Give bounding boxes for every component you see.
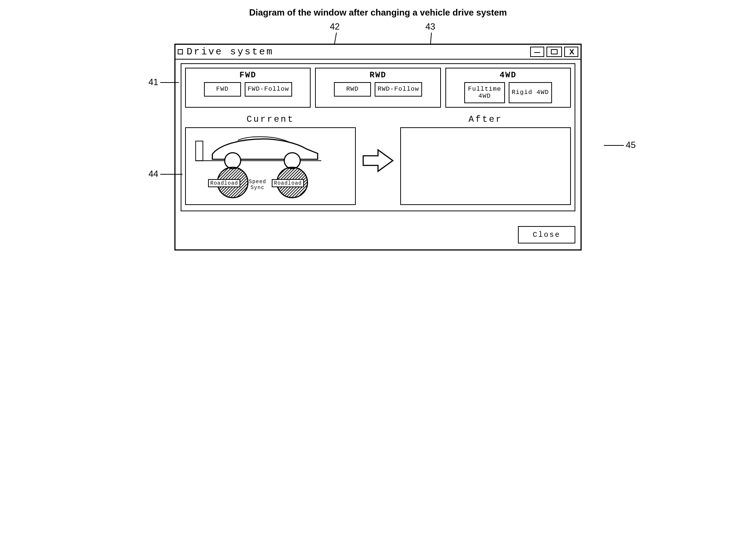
callout-43: 43	[425, 21, 435, 32]
4wd-group: 4WD Fulltime 4WD Rigid 4WD	[445, 68, 571, 108]
callout-42: 42	[330, 21, 340, 32]
window-client-area: FWD FWD FWD-Follow RWD RWD RWD-Follow	[175, 60, 581, 249]
system-menu-icon[interactable]	[178, 49, 183, 54]
drive-system-selector-row: FWD FWD FWD-Follow RWD RWD RWD-Follow	[185, 68, 571, 108]
minimize-icon	[534, 51, 540, 53]
maximize-icon	[551, 49, 558, 54]
svg-point-2	[225, 153, 241, 169]
callout-41-leader	[160, 82, 179, 83]
main-panel: FWD FWD FWD-Follow RWD RWD RWD-Follow	[181, 63, 575, 211]
rwd-button[interactable]: RWD	[334, 82, 371, 97]
speed-sync-label: Speed Sync	[249, 179, 266, 191]
after-preview-column: After	[400, 114, 571, 205]
callout-41: 41	[148, 77, 158, 87]
rigid-4wd-button[interactable]: Rigid 4WD	[509, 82, 552, 103]
svg-rect-0	[195, 141, 203, 161]
callout-44-leader	[160, 174, 183, 175]
fwd-follow-button[interactable]: FWD-Follow	[245, 82, 292, 97]
current-label: Current	[185, 114, 356, 124]
window-title: Drive system	[187, 46, 530, 57]
svg-point-3	[284, 153, 300, 169]
maximize-button[interactable]	[546, 47, 562, 57]
titlebar: Drive system X	[175, 45, 581, 60]
rwd-group: RWD RWD RWD-Follow	[315, 68, 441, 108]
top-callouts: 42 43	[148, 21, 608, 44]
rwd-follow-button[interactable]: RWD-Follow	[375, 82, 422, 97]
fwd-group-title: FWD	[190, 71, 306, 80]
figure-caption: Diagram of the window after changing a v…	[148, 7, 608, 18]
preview-row: Current	[185, 114, 571, 207]
current-preview-box: Roadload Speed Sync Roadload	[185, 127, 356, 205]
fwd-button[interactable]: FWD	[204, 82, 241, 97]
fulltime-4wd-button[interactable]: Fulltime 4WD	[464, 82, 505, 103]
callout-45: 45	[626, 140, 636, 150]
minimize-button[interactable]	[530, 47, 544, 57]
callout-44: 44	[148, 169, 158, 179]
rear-roller-label: Roadload	[272, 179, 304, 187]
callout-45-leader	[604, 145, 624, 146]
current-vehicle-diagram	[186, 128, 355, 204]
close-button[interactable]: Close	[518, 226, 575, 243]
window-controls: X	[530, 47, 578, 57]
after-preview-box	[400, 127, 571, 205]
after-label: After	[400, 114, 571, 124]
fwd-group: FWD FWD FWD-Follow	[185, 68, 311, 108]
current-preview-column: Current	[185, 114, 356, 205]
close-icon: X	[569, 48, 573, 56]
transition-arrow	[356, 114, 400, 207]
rwd-group-title: RWD	[320, 71, 436, 80]
front-roller-label: Roadload	[208, 179, 240, 187]
4wd-group-title: 4WD	[450, 71, 566, 80]
arrow-icon	[361, 148, 395, 174]
close-window-button[interactable]: X	[564, 47, 578, 57]
drive-system-window: Drive system X FWD FWD FWD-Follow	[174, 44, 582, 251]
